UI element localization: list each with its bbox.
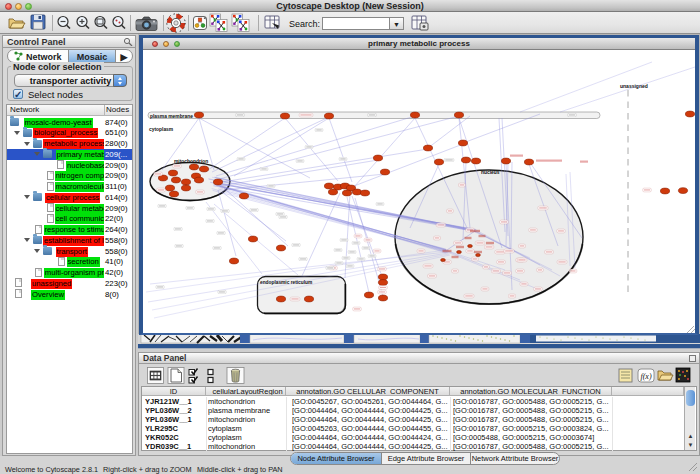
svg-text:f(x): f(x) <box>640 372 651 381</box>
svg-text:plasma membrane: plasma membrane <box>150 114 193 119</box>
svg-text:endoplasmic reticulum: endoplasmic reticulum <box>260 280 312 285</box>
svg-text:mitochondrion: mitochondrion <box>174 159 208 164</box>
svg-text:nucleus: nucleus <box>481 170 500 175</box>
svg-text:cytoplasm: cytoplasm <box>149 127 174 132</box>
